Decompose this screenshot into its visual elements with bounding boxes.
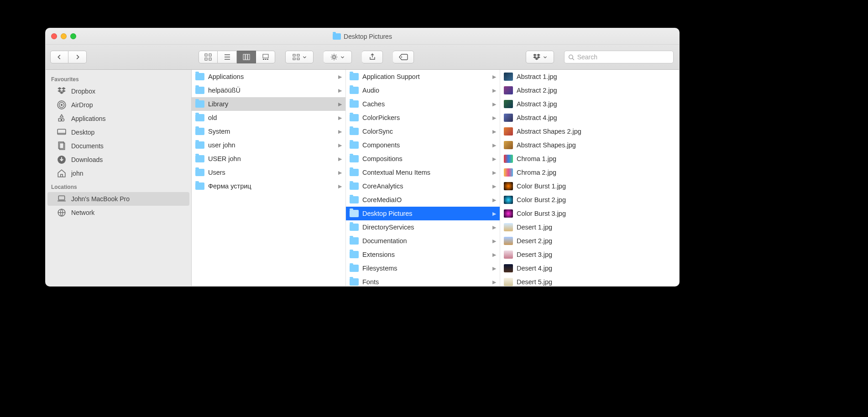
titlebar: Desktop Pictures bbox=[46, 28, 679, 45]
file-row[interactable]: Desert 4.jpg bbox=[500, 261, 679, 275]
folder-row[interactable]: Users▶ bbox=[192, 166, 345, 179]
folder-row[interactable]: Ферма устриц▶ bbox=[192, 179, 345, 193]
file-row[interactable]: Chroma 2.jpg bbox=[500, 166, 679, 179]
folder-row[interactable]: CoreMediaIO▶ bbox=[346, 193, 500, 207]
folder-icon bbox=[350, 182, 359, 190]
chevron-right-icon: ▶ bbox=[492, 170, 496, 176]
folder-row[interactable]: DirectoryServices▶ bbox=[346, 220, 500, 234]
share-icon bbox=[369, 53, 376, 61]
folder-row[interactable]: Extensions▶ bbox=[346, 248, 500, 261]
sidebar-item-dropbox[interactable]: Dropbox bbox=[47, 84, 189, 98]
folder-icon bbox=[195, 182, 204, 190]
sidebar-item-john-s-macbook-pro[interactable]: John's MacBook Pro bbox=[47, 192, 189, 206]
tag-icon bbox=[399, 54, 408, 60]
row-label: Desktop Pictures bbox=[362, 210, 413, 217]
folder-row[interactable]: Caches▶ bbox=[346, 97, 500, 111]
sidebar-item-desktop[interactable]: Desktop bbox=[47, 125, 189, 139]
airdrop-icon bbox=[57, 100, 67, 109]
close-window-button[interactable] bbox=[51, 33, 57, 39]
folder-row[interactable]: System▶ bbox=[192, 125, 345, 138]
folder-row[interactable]: Components▶ bbox=[346, 138, 500, 152]
file-row[interactable]: Color Burst 2.jpg bbox=[500, 193, 679, 207]
minimize-window-button[interactable] bbox=[61, 33, 67, 39]
row-label: Desert 4.jpg bbox=[517, 265, 552, 272]
folder-row[interactable]: Application Support▶ bbox=[346, 70, 500, 83]
chevron-right-icon: ▶ bbox=[492, 279, 496, 285]
column-0[interactable]: Applications▶helpäöüßÜ▶Library▶old▶Syste… bbox=[192, 70, 346, 286]
toolbar bbox=[46, 45, 679, 70]
sidebar-item-applications[interactable]: Applications bbox=[47, 112, 189, 125]
folder-icon bbox=[350, 169, 359, 176]
zoom-window-button[interactable] bbox=[70, 33, 76, 39]
file-row[interactable]: Abstract 3.jpg bbox=[500, 97, 679, 111]
laptop-icon bbox=[57, 194, 67, 203]
image-thumbnail-icon bbox=[504, 237, 513, 245]
image-thumbnail-icon bbox=[504, 86, 513, 94]
column-1[interactable]: Application Support▶Audio▶Caches▶ColorPi… bbox=[346, 70, 500, 286]
file-row[interactable]: Desert 3.jpg bbox=[500, 248, 679, 261]
folder-row[interactable]: ColorSync▶ bbox=[346, 125, 500, 138]
view-gallery-button[interactable] bbox=[256, 51, 275, 63]
group-by-button[interactable] bbox=[285, 51, 314, 63]
row-label: Color Burst 1.jpg bbox=[517, 182, 566, 190]
folder-row[interactable]: Compositions▶ bbox=[346, 152, 500, 166]
file-row[interactable]: Chroma 1.jpg bbox=[500, 152, 679, 166]
column-2[interactable]: Abstract 1.jpgAbstract 2.jpgAbstract 3.j… bbox=[500, 70, 679, 286]
folder-row[interactable]: Filesystems▶ bbox=[346, 261, 500, 275]
folder-row[interactable]: Library▶ bbox=[192, 97, 345, 111]
folder-row[interactable]: helpäöüßÜ▶ bbox=[192, 83, 345, 97]
share-button[interactable] bbox=[362, 51, 383, 63]
folder-row[interactable]: Audio▶ bbox=[346, 83, 500, 97]
row-label: DirectoryServices bbox=[362, 224, 414, 231]
folder-row[interactable]: old▶ bbox=[192, 111, 345, 125]
file-row[interactable]: Abstract Shapes 2.jpg bbox=[500, 125, 679, 138]
sidebar-item-documents[interactable]: Documents bbox=[47, 139, 189, 153]
chevron-down-icon bbox=[340, 55, 345, 59]
sidebar-item-network[interactable]: Network bbox=[47, 206, 189, 219]
folder-row[interactable]: Applications▶ bbox=[192, 70, 345, 83]
folder-row[interactable]: user john▶ bbox=[192, 138, 345, 152]
view-icons-button[interactable] bbox=[199, 51, 218, 63]
row-label: Abstract 4.jpg bbox=[517, 114, 557, 121]
sidebar-item-label: Network bbox=[71, 209, 94, 216]
folder-row[interactable]: Fonts▶ bbox=[346, 275, 500, 286]
action-menu-button[interactable] bbox=[324, 51, 352, 63]
desktop-icon bbox=[57, 128, 67, 137]
file-row[interactable]: Abstract Shapes.jpg bbox=[500, 138, 679, 152]
dropbox-toolbar-button[interactable] bbox=[526, 51, 554, 63]
back-button[interactable] bbox=[50, 51, 68, 63]
row-label: Chroma 2.jpg bbox=[517, 169, 556, 176]
folder-row[interactable]: USER john▶ bbox=[192, 152, 345, 166]
row-label: System bbox=[208, 128, 230, 135]
forward-button[interactable] bbox=[68, 51, 87, 63]
folder-row[interactable]: Contextual Menu Items▶ bbox=[346, 166, 500, 179]
folder-row[interactable]: Desktop Pictures▶ bbox=[346, 207, 500, 220]
file-row[interactable]: Color Burst 1.jpg bbox=[500, 179, 679, 193]
image-thumbnail-icon bbox=[504, 114, 513, 122]
sidebar-item-downloads[interactable]: Downloads bbox=[47, 153, 189, 167]
view-columns-button[interactable] bbox=[237, 51, 256, 63]
view-list-button[interactable] bbox=[218, 51, 237, 63]
search-field[interactable] bbox=[564, 51, 674, 63]
row-label: Contextual Menu Items bbox=[362, 169, 430, 176]
tags-button[interactable] bbox=[393, 51, 414, 63]
row-label: Applications bbox=[208, 73, 244, 80]
file-row[interactable]: Desert 5.jpg bbox=[500, 275, 679, 286]
sidebar: FavouritesDropboxAirDropApplicationsDesk… bbox=[46, 70, 192, 286]
sidebar-item-john[interactable]: john bbox=[47, 167, 189, 180]
file-row[interactable]: Abstract 2.jpg bbox=[500, 83, 679, 97]
chevron-right-icon: ▶ bbox=[338, 183, 342, 189]
chevron-down-icon bbox=[543, 55, 547, 59]
search-input[interactable] bbox=[577, 53, 669, 61]
folder-row[interactable]: CoreAnalytics▶ bbox=[346, 179, 500, 193]
image-thumbnail-icon bbox=[504, 264, 513, 272]
file-row[interactable]: Abstract 1.jpg bbox=[500, 70, 679, 83]
image-thumbnail-icon bbox=[504, 127, 513, 136]
file-row[interactable]: Abstract 4.jpg bbox=[500, 111, 679, 125]
file-row[interactable]: Desert 2.jpg bbox=[500, 234, 679, 248]
folder-row[interactable]: ColorPickers▶ bbox=[346, 111, 500, 125]
sidebar-item-airdrop[interactable]: AirDrop bbox=[47, 98, 189, 112]
folder-row[interactable]: Documentation▶ bbox=[346, 234, 500, 248]
file-row[interactable]: Color Burst 3.jpg bbox=[500, 207, 679, 220]
file-row[interactable]: Desert 1.jpg bbox=[500, 220, 679, 234]
